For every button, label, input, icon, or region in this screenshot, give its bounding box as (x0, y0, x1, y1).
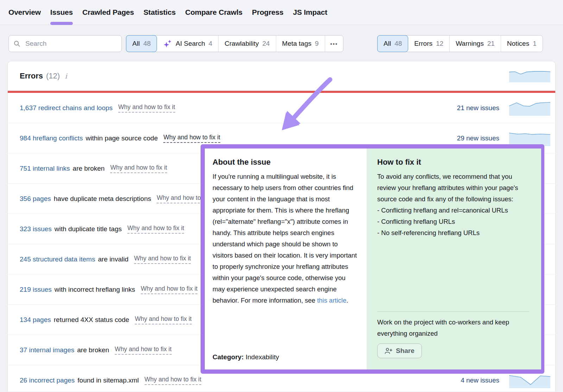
why-how-to-fix-link[interactable]: Why and how to fix it (145, 376, 201, 385)
issue-description: found in sitemap.xml (77, 377, 139, 384)
share-button[interactable]: Share (377, 343, 422, 358)
issue-details-popup: About the issue If you're running a mult… (201, 144, 544, 374)
filter-chip-ai-search[interactable]: AI Search 4 (157, 36, 219, 52)
why-how-to-fix-link[interactable]: Why and how to fix it (134, 255, 191, 264)
top-navigation: Overview Issues Crawled Pages Statistics… (0, 0, 563, 25)
about-the-issue-panel: About the issue If you're running a mult… (205, 148, 367, 369)
issue-description: returned 4XX status code (54, 316, 129, 324)
issue-trend-sparkline (509, 373, 550, 388)
share-block: Work on the project with co-workers and … (377, 311, 529, 358)
errors-trend-sparkline (509, 69, 550, 82)
issue-description: have duplicate meta descriptions (54, 195, 151, 203)
filter-chip-all[interactable]: All 48 (377, 35, 408, 52)
issue-count-link[interactable]: 219 issues (20, 286, 52, 293)
issue-description: within page source code (86, 134, 158, 142)
filter-chip-errors[interactable]: Errors 12 (408, 36, 450, 52)
share-divider (377, 311, 529, 312)
filter-chip-meta-tags[interactable]: Meta tags 9 (276, 36, 325, 52)
fix-bullet: - Conflicting hreflang URLs (377, 216, 529, 227)
issue-count-link[interactable]: 984 hreflang conflicts (20, 134, 83, 142)
fix-title: How to fix it (377, 158, 529, 167)
filter-chip-crawlability[interactable]: Crawlability 24 (219, 36, 276, 52)
nav-tab-statistics[interactable]: Statistics (144, 0, 176, 25)
fix-bullet: - No self-referencing hreflang URLs (377, 227, 529, 239)
why-how-to-fix-link[interactable]: Why and how to fix it (135, 315, 191, 324)
nav-tab-progress[interactable]: Progress (252, 0, 283, 25)
filter-chip-more[interactable]: ••• (325, 36, 343, 52)
issue-description: are broken (73, 165, 105, 172)
issue-count-link[interactable]: 245 structured data items (20, 255, 95, 263)
about-body: If you're running a multilingual website… (213, 171, 358, 306)
why-how-to-fix-link[interactable]: Why and how to fix it (118, 103, 175, 113)
category-line: Category: Indexability (213, 353, 279, 361)
person-plus-icon (385, 347, 392, 354)
issue-count-link[interactable]: 1,637 redirect chains and loops (20, 104, 113, 112)
this-article-link[interactable]: this article (317, 297, 346, 304)
search-icon (14, 40, 20, 47)
search-box (8, 35, 122, 52)
share-text: Work on the project with co-workers and … (377, 317, 529, 339)
filter-chip-all[interactable]: All 48 (126, 35, 157, 52)
severity-filter-group: All 48 Errors 12 Warnings 21 Notices 1 (377, 35, 543, 52)
nav-tab-overview[interactable]: Overview (8, 0, 41, 25)
ai-sparkles-icon (163, 39, 172, 49)
issue-description: with incorrect hreflang links (55, 286, 135, 293)
nav-tab-crawled-pages[interactable]: Crawled Pages (82, 0, 134, 25)
nav-tab-js-impact[interactable]: JS Impact (293, 0, 327, 25)
issue-description: are broken (77, 346, 109, 354)
sparkles-icon (163, 39, 172, 49)
filter-chip-notices[interactable]: Notices 1 (501, 36, 543, 52)
issue-count-link[interactable]: 356 pages (20, 195, 51, 203)
why-how-to-fix-link[interactable]: Why and how to fix it (115, 346, 171, 355)
issue-trend-sparkline (509, 100, 550, 116)
errors-title: Errors (20, 71, 43, 81)
issue-description: with duplicate title tags (55, 225, 122, 233)
why-how-to-fix-link[interactable]: Why and how to fix it (141, 285, 197, 294)
category-filter-group: All 48 AI Search 4 Crawlability 24 Meta … (126, 35, 343, 52)
why-how-to-fix-link[interactable]: Why and how to fix it (127, 225, 184, 234)
why-how-to-fix-link[interactable]: Why and how to fix it (163, 134, 220, 143)
issue-count-link[interactable]: 751 internal links (20, 165, 70, 172)
fix-bullet: - Conflicting hreflang and rel=canonical… (377, 205, 529, 216)
filter-chip-warnings[interactable]: Warnings 21 (450, 36, 501, 52)
errors-count: (12) (46, 71, 60, 81)
category-value: Indexability (246, 353, 279, 361)
issue-row: 1,637 redirect chains and loops Why and … (8, 93, 555, 123)
nav-tab-issues[interactable]: Issues (50, 0, 73, 25)
issue-count-link[interactable]: 26 incorrect pages (20, 377, 75, 384)
why-how-to-fix-link[interactable]: Why and how to fix it (110, 164, 167, 173)
category-label: Category: (213, 353, 244, 361)
fix-bullet-list: - Conflicting hreflang and rel=canonical… (377, 205, 529, 239)
new-issues-link[interactable]: 29 new issues (457, 134, 499, 142)
issue-count-link[interactable]: 37 internal images (20, 346, 74, 354)
about-title: About the issue (213, 158, 358, 167)
issue-count-link[interactable]: 323 issues (20, 225, 52, 233)
issue-description: are invalid (98, 255, 128, 263)
info-icon[interactable]: i (65, 72, 67, 80)
search-input[interactable] (25, 39, 113, 48)
errors-header: Errors (12) i (8, 61, 555, 91)
fix-body: To avoid any conflicts, we recommend tha… (377, 171, 529, 205)
nav-tab-compare-crawls[interactable]: Compare Crawls (185, 0, 242, 25)
active-tab-underline (50, 22, 73, 25)
new-issues-link[interactable]: 4 new issues (461, 377, 499, 384)
new-issues-link[interactable]: 21 new issues (457, 104, 499, 112)
issue-trend-sparkline (509, 131, 550, 146)
how-to-fix-panel: How to fix it To avoid any conflicts, we… (367, 148, 541, 369)
issue-count-link[interactable]: 134 pages (20, 316, 51, 324)
